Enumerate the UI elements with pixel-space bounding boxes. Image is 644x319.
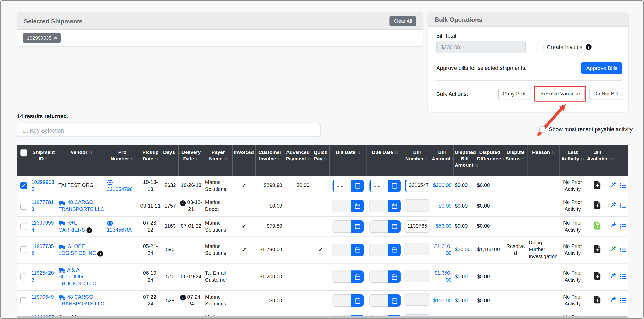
- gavel-icon[interactable]: [610, 272, 617, 279]
- sort-icon[interactable]: ↑↓: [195, 156, 199, 161]
- bill-number-input[interactable]: [405, 199, 430, 211]
- column-header-customer-invoice[interactable]: Customer Invoice↑↓: [256, 145, 284, 176]
- info-icon[interactable]: i: [180, 295, 186, 300]
- list-icon[interactable]: [620, 224, 627, 229]
- sort-icon[interactable]: ↑↓: [324, 156, 327, 161]
- sort-icon[interactable]: ↑↓: [522, 156, 525, 161]
- gavel-icon[interactable]: [610, 181, 617, 188]
- list-icon[interactable]: [620, 247, 627, 252]
- bill-total-input[interactable]: [436, 41, 526, 53]
- column-header-last-activity[interactable]: Last Activity↑↓: [560, 145, 586, 176]
- bill-amount-link[interactable]: $1,350.00: [434, 270, 452, 283]
- sort-icon[interactable]: ↑↓: [155, 156, 158, 161]
- column-header-due-date[interactable]: Due Date↑↓: [366, 145, 403, 176]
- file-upload-icon[interactable]: [594, 272, 600, 280]
- bill-amount-link[interactable]: $200.08: [433, 183, 451, 189]
- file-upload-icon[interactable]: [594, 245, 600, 253]
- select-all-checkbox[interactable]: [20, 149, 27, 156]
- column-header-dispute-status[interactable]: Dispute Status↑↓: [504, 145, 527, 176]
- chip-remove-icon[interactable]: ×: [54, 36, 57, 40]
- bill-amount-link[interactable]: $1,210.00: [434, 243, 452, 256]
- bill-amount-link[interactable]: $150.00: [433, 298, 451, 303]
- list-icon[interactable]: [620, 183, 627, 188]
- column-header-pickup-date[interactable]: Pickup Date↑↓: [139, 145, 162, 176]
- info-icon[interactable]: i: [97, 251, 103, 257]
- calendar-button[interactable]: [388, 180, 401, 192]
- row-checkbox[interactable]: [20, 246, 27, 254]
- column-header-pro-number[interactable]: Pro Number↑↓: [106, 145, 139, 176]
- bill-number-input[interactable]: [405, 293, 430, 306]
- row-checkbox[interactable]: [20, 223, 27, 230]
- bill-date-input[interactable]: [332, 294, 351, 307]
- bill-date-input[interactable]: [332, 244, 351, 256]
- pro-number-link[interactable]: 123456789: [107, 227, 133, 233]
- column-header-bill-available[interactable]: Bill Available↑↓: [586, 145, 609, 176]
- do-not-bill-button[interactable]: Do Not Bill: [589, 88, 622, 100]
- sort-icon[interactable]: ↑↓: [551, 150, 555, 155]
- column-header-vendor[interactable]: Vendor↑↓: [57, 145, 106, 176]
- column-header-disputed-difference[interactable]: Disputed Difference↑↓: [476, 145, 504, 176]
- show-recent-checkbox[interactable]: [539, 126, 546, 133]
- resolve-variance-button[interactable]: Resolve Variance: [536, 88, 585, 100]
- shipment-id-link[interactable]: 102999535: [31, 179, 54, 192]
- column-header-days[interactable]: Days↑↓: [162, 145, 178, 176]
- copy-pros-button[interactable]: Copy Pros: [498, 88, 531, 100]
- column-header-advanced-payment[interactable]: Advanced Payment↑↓: [284, 145, 311, 176]
- list-icon[interactable]: [620, 274, 627, 279]
- column-header-reason[interactable]: Reason↑↓: [528, 145, 560, 176]
- row-checkbox[interactable]: [20, 297, 27, 304]
- bill-number-input[interactable]: 321654798: [405, 180, 430, 192]
- calendar-button[interactable]: [351, 200, 364, 212]
- shipment-id-link[interactable]: 119077355: [31, 243, 54, 256]
- due-date-input[interactable]: [369, 200, 388, 212]
- approve-bills-button[interactable]: Approve Bills: [581, 62, 622, 74]
- column-header-disputed-bill-amount[interactable]: Disputed Bill Amount↑↓: [453, 145, 476, 176]
- sort-icon[interactable]: ↑↓: [425, 156, 429, 161]
- due-date-input[interactable]: 1...: [369, 180, 388, 192]
- bill-date-input[interactable]: [332, 200, 351, 212]
- sort-icon[interactable]: ↑↓: [475, 162, 478, 167]
- row-checkbox[interactable]: [20, 182, 27, 189]
- horizontal-scrollbar[interactable]: [17, 316, 628, 318]
- info-icon[interactable]: i: [586, 44, 592, 50]
- clear-all-button[interactable]: Clear All: [390, 16, 416, 26]
- calendar-button[interactable]: [351, 271, 364, 283]
- column-header-shipment-id[interactable]: Shipment ID↑↓: [30, 145, 57, 176]
- bill-number-input[interactable]: 1139765: [405, 220, 430, 232]
- column-header-invoiced[interactable]: Invoiced↑↓: [232, 145, 255, 176]
- file-upload-icon[interactable]: [594, 296, 600, 304]
- column-header-bill-number[interactable]: Bill Number↑↓: [403, 145, 431, 176]
- column-header-quick-pay[interactable]: Quick Pay↑↓: [311, 145, 329, 176]
- bill-date-input[interactable]: 1...: [332, 180, 351, 192]
- column-header-payer-name[interactable]: Payer Name↑↓: [204, 145, 232, 176]
- sort-icon[interactable]: ↑↓: [394, 150, 398, 155]
- gavel-icon[interactable]: [610, 296, 617, 303]
- bill-amount-link[interactable]: $53.00: [436, 223, 451, 229]
- row-checkbox[interactable]: [20, 203, 27, 210]
- bill-number-input[interactable]: [405, 270, 430, 282]
- file-invoice-dollar-icon[interactable]: $: [594, 221, 600, 229]
- info-icon[interactable]: i: [86, 227, 92, 233]
- due-date-input[interactable]: [369, 271, 388, 283]
- sort-icon[interactable]: ↑↓: [224, 156, 227, 161]
- due-date-input[interactable]: [369, 244, 388, 256]
- calendar-button[interactable]: [351, 180, 364, 192]
- calendar-button[interactable]: [351, 294, 364, 307]
- column-header-bill-date[interactable]: Bill Date↑↓: [329, 145, 366, 176]
- shipment-id-link[interactable]: 119706491: [31, 294, 54, 307]
- gavel-icon[interactable]: [610, 202, 617, 209]
- sort-icon[interactable]: ↑↓: [130, 156, 134, 161]
- sort-icon[interactable]: ↑↓: [580, 156, 584, 161]
- gavel-icon[interactable]: [610, 222, 617, 229]
- calendar-button[interactable]: [388, 271, 401, 283]
- info-icon[interactable]: i: [180, 200, 186, 206]
- bill-number-input[interactable]: [405, 243, 430, 255]
- gavel-icon[interactable]: [610, 245, 617, 252]
- key-selection-input[interactable]: [17, 124, 321, 137]
- shipment-id-link[interactable]: 113976594: [31, 220, 54, 233]
- sort-icon[interactable]: ↑↓: [89, 150, 92, 155]
- due-date-input[interactable]: [369, 294, 388, 307]
- selected-shipment-chip[interactable]: 102999535 ×: [23, 33, 61, 43]
- list-icon[interactable]: [620, 298, 627, 303]
- sort-icon[interactable]: ↑↓: [307, 156, 311, 161]
